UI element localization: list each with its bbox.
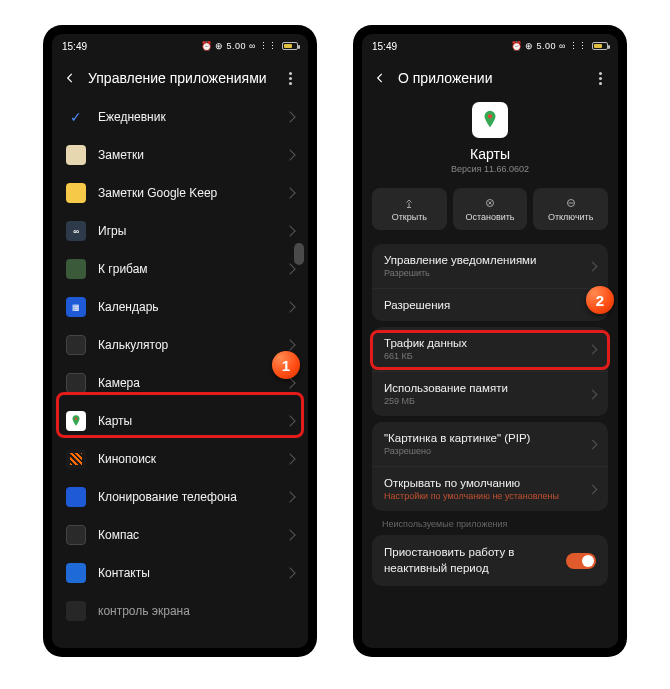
chevron-right-icon: [284, 187, 295, 198]
mushroom-icon: [66, 259, 86, 279]
app-label: Калькулятор: [86, 338, 286, 352]
chevron-right-icon: [588, 261, 598, 271]
chevron-right-icon: [588, 439, 598, 449]
app-label: Карты: [86, 414, 286, 428]
app-label: Компас: [86, 528, 286, 542]
chevron-right-icon: [284, 225, 295, 236]
stop-button[interactable]: Остановить: [453, 188, 528, 230]
app-label: Ежедневник: [86, 110, 286, 124]
statusbar: 15:49 ⏰ ⊕ 5.00 ∞ ⋮⋮: [52, 34, 308, 58]
row-suspend[interactable]: Приостановить работу в неактивный период: [372, 535, 608, 586]
chevron-right-icon: [284, 377, 295, 388]
action-label: Остановить: [465, 212, 514, 222]
app-label: Игры: [86, 224, 286, 238]
more-icon[interactable]: [282, 70, 298, 86]
app-row-games[interactable]: ∞ Игры: [52, 212, 308, 250]
clone-icon: [66, 487, 86, 507]
back-icon[interactable]: [62, 70, 78, 86]
app-label: контроль экрана: [86, 604, 294, 618]
row-title: Трафик данных: [384, 337, 589, 349]
app-row-calendar[interactable]: ▦ Календарь: [52, 288, 308, 326]
row-title: Приостановить работу в неактивный период: [384, 545, 566, 576]
app-label: Камера: [86, 376, 286, 390]
app-hero: Карты Версия 11.66.0602: [362, 98, 618, 184]
app-row-clone[interactable]: Клонирование телефона: [52, 478, 308, 516]
app-row-maps[interactable]: Карты: [52, 402, 308, 440]
screen: 15:49 ⏰ ⊕ 5.00 ∞ ⋮⋮ О приложении: [362, 34, 618, 648]
app-row-calculator[interactable]: Калькулятор: [52, 326, 308, 364]
row-title: Разрешения: [384, 299, 589, 311]
row-permissions[interactable]: Разрешения: [372, 288, 608, 321]
app-row-kinopoisk[interactable]: Кинопоиск: [52, 440, 308, 478]
action-label: Открыть: [392, 212, 427, 222]
header: О приложении: [362, 58, 618, 98]
section-data: Трафик данных 661 КБ Использование памят…: [372, 327, 608, 416]
back-icon[interactable]: [372, 70, 388, 86]
annotation-badge-1: 1: [272, 351, 300, 379]
app-label: Кинопоиск: [86, 452, 286, 466]
row-notifications[interactable]: Управление уведомлениями Разрешить: [372, 244, 608, 288]
section-suspend: Приостановить работу в неактивный период: [372, 535, 608, 586]
row-traffic[interactable]: Трафик данных 661 КБ: [372, 327, 608, 371]
battery-icon: [282, 42, 298, 50]
svg-point-0: [75, 418, 77, 420]
chevron-right-icon: [284, 263, 295, 274]
statusbar: 15:49 ⏰ ⊕ 5.00 ∞ ⋮⋮: [362, 34, 618, 58]
app-row-notes[interactable]: Заметки: [52, 136, 308, 174]
app-row-keep[interactable]: Заметки Google Keep: [52, 174, 308, 212]
chevron-right-icon: [284, 301, 295, 312]
disable-icon: [565, 197, 577, 209]
battery-icon: [592, 42, 608, 50]
action-row: Открыть Остановить Отключить: [362, 184, 618, 238]
status-time: 15:49: [372, 41, 397, 52]
app-row-screencontrol[interactable]: контроль экрана: [52, 592, 308, 630]
header: Управление приложениями: [52, 58, 308, 98]
stop-icon: [484, 197, 496, 209]
app-label: К грибам: [86, 262, 286, 276]
row-sub: Разрешить: [384, 268, 589, 278]
row-memory[interactable]: Использование памяти 259 МБ: [372, 371, 608, 416]
screen: 15:49 ⏰ ⊕ 5.00 ∞ ⋮⋮ Управление приложени…: [52, 34, 308, 648]
check-icon: ✓: [66, 107, 86, 127]
maps-icon: [66, 411, 86, 431]
calendar-icon: ▦: [66, 297, 86, 317]
status-indicators: ⏰ ⊕ 5.00 ∞ ⋮⋮: [511, 41, 588, 51]
app-row-daily[interactable]: ✓ Ежедневник: [52, 98, 308, 136]
app-hero-icon: [472, 102, 508, 138]
toggle-switch[interactable]: [566, 553, 596, 569]
app-row-camera[interactable]: Камера: [52, 364, 308, 402]
chevron-right-icon: [284, 339, 295, 350]
app-row-contacts[interactable]: Контакты: [52, 554, 308, 592]
row-sub: Настройки по умолчанию не установлены: [384, 491, 589, 501]
more-icon[interactable]: [592, 70, 608, 86]
chevron-right-icon: [588, 344, 598, 354]
chevron-right-icon: [588, 389, 598, 399]
header-title: О приложении: [388, 70, 592, 86]
compass-icon: [66, 525, 86, 545]
scrollbar-thumb[interactable]: [294, 243, 304, 265]
contacts-icon: [66, 563, 86, 583]
app-row-compass[interactable]: Компас: [52, 516, 308, 554]
row-sub: 661 КБ: [384, 351, 589, 361]
row-default[interactable]: Открывать по умолчанию Настройки по умол…: [372, 466, 608, 511]
annotation-badge-2: 2: [586, 286, 614, 314]
app-label: Клонирование телефона: [86, 490, 286, 504]
disable-button[interactable]: Отключить: [533, 188, 608, 230]
app-name: Карты: [470, 146, 510, 162]
chevron-right-icon: [588, 484, 598, 494]
row-title: Открывать по умолчанию: [384, 477, 589, 489]
chevron-right-icon: [284, 415, 295, 426]
row-pip[interactable]: "Картинка в картинке" (PIP) Разрешено: [372, 422, 608, 466]
kinopoisk-icon: [66, 449, 86, 469]
app-label: Контакты: [86, 566, 286, 580]
app-label: Заметки Google Keep: [86, 186, 286, 200]
calculator-icon: [66, 335, 86, 355]
svg-point-1: [488, 114, 492, 118]
status-time: 15:49: [62, 41, 87, 52]
app-version: Версия 11.66.0602: [451, 164, 529, 174]
chevron-right-icon: [284, 567, 295, 578]
app-row-mushrooms[interactable]: К грибам: [52, 250, 308, 288]
app-label: Календарь: [86, 300, 286, 314]
open-button[interactable]: Открыть: [372, 188, 447, 230]
section-pip-default: "Картинка в картинке" (PIP) Разрешено От…: [372, 422, 608, 511]
